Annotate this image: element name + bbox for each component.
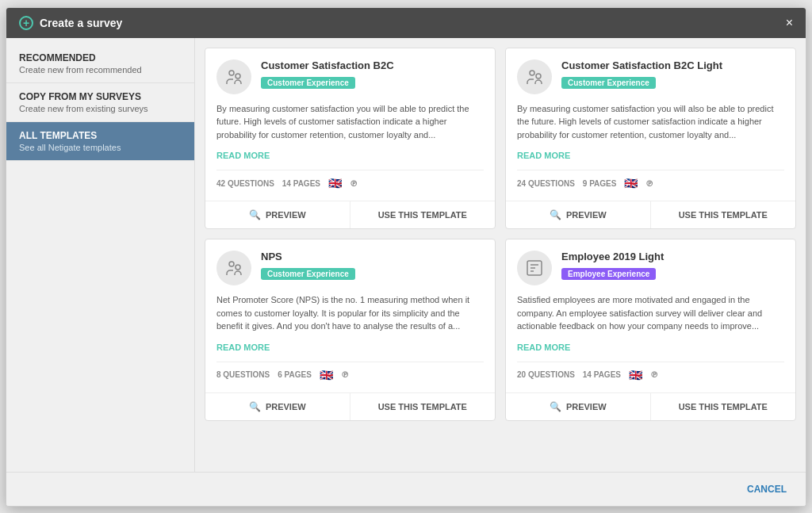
card-employee-2019-tag: Employee Experience bbox=[561, 268, 656, 280]
cancel-button[interactable]: CANCEL bbox=[741, 480, 793, 498]
sidebar-item-all-templates[interactable]: ALL TEMPLATES See all Netigate templates bbox=[6, 122, 194, 161]
card-csat-b2c-title: Customer Satisfaction B2C bbox=[261, 59, 484, 71]
svg-point-4 bbox=[229, 262, 234, 266]
card-nps-preview-button[interactable]: 🔍 PREVIEW bbox=[205, 393, 350, 420]
preview-icon-3: 🔍 bbox=[249, 401, 261, 412]
card-csat-b2c-footer: 🔍 PREVIEW USE THIS TEMPLATE bbox=[205, 201, 495, 228]
card-nps-footer: 🔍 PREVIEW USE THIS TEMPLATE bbox=[205, 392, 495, 420]
card-nps-use-button[interactable]: USE THIS TEMPLATE bbox=[350, 393, 496, 420]
card-csat-b2c-preview-button[interactable]: 🔍 PREVIEW bbox=[205, 201, 350, 228]
sidebar: RECOMMENDED Create new from recommended … bbox=[6, 38, 195, 472]
card-nps-header: NPS Customer Experience bbox=[216, 251, 484, 285]
card-employee-2019-flag: 🇬🇧 bbox=[629, 369, 642, 381]
card-csat-b2c-light-read-more[interactable]: READ MORE bbox=[517, 151, 570, 160]
modal-title: Create a survey bbox=[40, 17, 122, 29]
card-nps-tag: Customer Experience bbox=[261, 268, 355, 280]
svg-point-2 bbox=[530, 71, 534, 75]
create-survey-icon: + bbox=[19, 16, 33, 30]
card-csat-b2c-header: Customer Satisfaction B2C Customer Exper… bbox=[216, 59, 484, 94]
svg-point-1 bbox=[236, 74, 240, 78]
card-csat-b2c-flag: 🇬🇧 bbox=[328, 177, 342, 190]
card-employee-2019-title-section: Employee 2019 Light Employee Experience bbox=[561, 251, 784, 280]
card-csat-b2c-title-section: Customer Satisfaction B2C Customer Exper… bbox=[261, 59, 484, 89]
card-csat-b2c-light-p-icon: ℗ bbox=[645, 179, 653, 188]
card-csat-b2c-description: By measuring customer satisfaction you w… bbox=[216, 102, 484, 142]
svg-point-0 bbox=[229, 71, 234, 75]
card-employee-2019-read-more[interactable]: READ MORE bbox=[517, 343, 570, 352]
card-csat-b2c-light-icon bbox=[517, 59, 552, 94]
card-nps-title-section: NPS Customer Experience bbox=[261, 251, 484, 280]
card-csat-b2c-meta: 42 QUESTIONS 14 PAGES 🇬🇧 ℗ bbox=[216, 170, 484, 190]
card-csat-b2c-questions: 42 QUESTIONS bbox=[216, 179, 274, 188]
svg-point-3 bbox=[536, 74, 541, 78]
card-employee-2019-p-icon: ℗ bbox=[650, 370, 658, 379]
card-employee-2019-preview-label: PREVIEW bbox=[566, 402, 607, 412]
sidebar-all-title: ALL TEMPLATES bbox=[19, 130, 182, 141]
card-employee-2019-questions: 20 QUESTIONS bbox=[517, 370, 575, 379]
card-csat-b2c-light-description: By measuring customer satisfaction you w… bbox=[517, 102, 784, 142]
card-employee-2019-title: Employee 2019 Light bbox=[561, 251, 784, 262]
modal-close-button[interactable]: × bbox=[786, 16, 793, 30]
preview-icon-2: 🔍 bbox=[550, 209, 561, 220]
card-employee-2019-footer: 🔍 PREVIEW USE THIS TEMPLATE bbox=[506, 392, 795, 420]
card-nps-p-icon: ℗ bbox=[341, 370, 349, 379]
sidebar-recommended-title: RECOMMENDED bbox=[19, 52, 182, 63]
card-employee-2019: Employee 2019 Light Employee Experience … bbox=[505, 239, 796, 421]
modal-footer: CANCEL bbox=[6, 472, 806, 506]
sidebar-copy-subtitle: Create new from existing surveys bbox=[19, 104, 182, 113]
card-csat-b2c-light-use-button[interactable]: USE THIS TEMPLATE bbox=[651, 201, 796, 228]
card-nps-flag: 🇬🇧 bbox=[320, 369, 333, 381]
card-csat-b2c-light-flag: 🇬🇧 bbox=[624, 177, 638, 190]
modal-body: RECOMMENDED Create new from recommended … bbox=[6, 38, 806, 472]
sidebar-item-recommended[interactable]: RECOMMENDED Create new from recommended bbox=[6, 44, 194, 83]
card-employee-2019-meta: 20 QUESTIONS 14 PAGES 🇬🇧 ℗ bbox=[517, 362, 784, 381]
sidebar-copy-title: COPY FROM MY SURVEYS bbox=[19, 91, 182, 102]
card-employee-2019-use-button[interactable]: USE THIS TEMPLATE bbox=[651, 393, 796, 420]
card-csat-b2c-light-preview-label: PREVIEW bbox=[566, 210, 607, 220]
card-employee-2019-icon bbox=[517, 251, 552, 285]
preview-icon-4: 🔍 bbox=[550, 401, 561, 412]
card-employee-2019-body: Employee 2019 Light Employee Experience … bbox=[506, 239, 795, 392]
card-nps-meta: 8 QUESTIONS 6 PAGES 🇬🇧 ℗ bbox=[216, 362, 484, 381]
card-csat-b2c-light: Customer Satisfaction B2C Light Customer… bbox=[505, 48, 796, 230]
create-survey-modal: + Create a survey × RECOMMENDED Create n… bbox=[6, 7, 806, 507]
sidebar-all-subtitle: See all Netigate templates bbox=[19, 143, 182, 152]
card-csat-b2c-body: Customer Satisfaction B2C Customer Exper… bbox=[205, 48, 495, 201]
card-nps-read-more[interactable]: READ MORE bbox=[216, 343, 270, 352]
card-nps-use-label: USE THIS TEMPLATE bbox=[378, 402, 467, 412]
card-employee-2019-preview-button[interactable]: 🔍 PREVIEW bbox=[506, 393, 651, 420]
card-csat-b2c-use-button[interactable]: USE THIS TEMPLATE bbox=[350, 201, 496, 228]
card-nps-title: NPS bbox=[261, 251, 484, 262]
card-csat-b2c-use-label: USE THIS TEMPLATE bbox=[378, 210, 467, 220]
card-employee-2019-use-label: USE THIS TEMPLATE bbox=[679, 402, 768, 412]
card-csat-b2c-light-pages: 9 PAGES bbox=[583, 179, 617, 188]
card-csat-b2c-light-meta: 24 QUESTIONS 9 PAGES 🇬🇧 ℗ bbox=[517, 170, 784, 190]
sidebar-item-copy[interactable]: COPY FROM MY SURVEYS Create new from exi… bbox=[6, 83, 194, 122]
card-csat-b2c-pages: 14 PAGES bbox=[282, 179, 320, 188]
card-csat-b2c-read-more[interactable]: READ MORE bbox=[216, 151, 270, 160]
card-csat-b2c-preview-label: PREVIEW bbox=[266, 210, 306, 220]
card-csat-b2c-light-body: Customer Satisfaction B2C Light Customer… bbox=[506, 48, 795, 201]
card-nps-pages: 6 PAGES bbox=[278, 370, 312, 379]
sidebar-recommended-subtitle: Create new from recommended bbox=[19, 65, 182, 75]
svg-point-5 bbox=[236, 265, 240, 270]
card-employee-2019-header: Employee 2019 Light Employee Experience bbox=[517, 251, 784, 285]
card-nps-body: NPS Customer Experience Net Promoter Sco… bbox=[205, 239, 495, 392]
preview-icon: 🔍 bbox=[249, 209, 261, 220]
card-nps-questions: 8 QUESTIONS bbox=[216, 370, 270, 379]
modal-header: + Create a survey × bbox=[6, 8, 806, 38]
card-nps-icon bbox=[216, 251, 251, 285]
card-csat-b2c-light-footer: 🔍 PREVIEW USE THIS TEMPLATE bbox=[506, 201, 795, 228]
card-csat-b2c-light-use-label: USE THIS TEMPLATE bbox=[679, 210, 768, 220]
card-csat-b2c-light-questions: 24 QUESTIONS bbox=[517, 179, 575, 188]
card-csat-b2c-light-tag: Customer Experience bbox=[561, 77, 656, 89]
card-csat-b2c-p-icon: ℗ bbox=[350, 179, 358, 188]
cards-grid: Customer Satisfaction B2C Customer Exper… bbox=[205, 48, 796, 421]
content-area: Customer Satisfaction B2C Customer Exper… bbox=[195, 38, 806, 472]
card-csat-b2c-tag: Customer Experience bbox=[261, 77, 355, 89]
modal-header-left: + Create a survey bbox=[19, 16, 122, 30]
card-csat-b2c: Customer Satisfaction B2C Customer Exper… bbox=[205, 48, 496, 230]
card-csat-b2c-light-preview-button[interactable]: 🔍 PREVIEW bbox=[506, 201, 651, 228]
card-csat-b2c-light-title: Customer Satisfaction B2C Light bbox=[561, 59, 784, 71]
card-csat-b2c-light-header: Customer Satisfaction B2C Light Customer… bbox=[517, 59, 784, 94]
